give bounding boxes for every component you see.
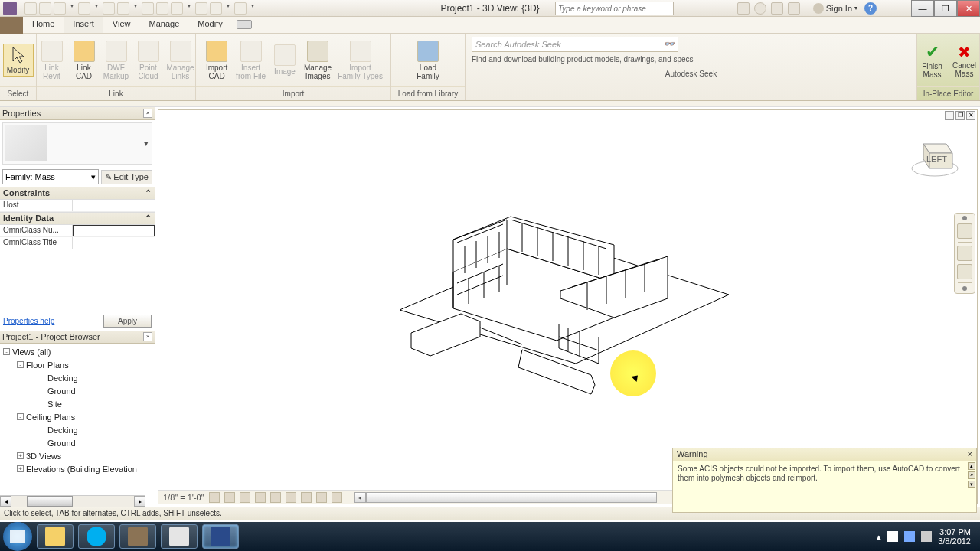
properties-header[interactable]: Properties × [0,107,155,120]
scale-display[interactable]: 1/8" = 1'-0" [163,493,204,502]
task-app2[interactable] [161,524,198,549]
chevron-down-icon[interactable]: ▾ [185,2,193,15]
tab-home[interactable]: Home [23,17,64,33]
task-revit[interactable] [202,524,239,549]
tree-toggle-icon[interactable]: + [17,465,24,472]
lock-3d-icon[interactable] [316,492,327,503]
temp-hide-icon[interactable] [332,492,342,503]
qat-measure-icon[interactable] [117,2,129,15]
network-icon[interactable] [904,531,915,542]
warning-close-icon[interactable]: × [968,449,972,460]
qat-btn[interactable] [103,2,115,15]
link-revit-button[interactable]: Link Revit [37,39,67,82]
panel-close-icon[interactable]: × [143,109,152,118]
qat-open-icon[interactable] [24,2,37,15]
help-search-input[interactable] [555,2,674,15]
signin-button[interactable]: Sign In ▾ [813,3,858,14]
seek-search-input[interactable]: Search Autodesk Seek 👓 [472,37,678,52]
prop-row-omninum[interactable]: OmniClass Nu... [0,225,155,237]
manage-images-button[interactable]: Manage Images [302,39,334,82]
import-family-types-button[interactable]: Import Family Types [335,39,385,82]
task-skype[interactable] [78,524,115,549]
app-menu-button[interactable] [0,17,23,34]
qat-3d-icon[interactable] [171,2,183,15]
qat-sync-icon[interactable] [195,2,207,15]
detail-level-icon[interactable] [209,492,220,503]
type-selector-dropdown[interactable]: ▾ [48,123,152,164]
manage-links-button[interactable]: Manage Links [165,39,196,82]
insert-from-file-button[interactable]: Insert from File [234,39,268,82]
project-browser-header[interactable]: Project1 - Project Browser × [0,331,155,344]
sun-path-icon[interactable] [240,492,250,503]
chevron-down-icon[interactable]: ▾ [249,2,256,15]
favorite-icon[interactable] [788,2,800,15]
qat-close-icon[interactable] [234,2,247,15]
close-button[interactable]: ✕ [957,0,980,17]
image-button[interactable]: Image [270,43,300,77]
tree-item[interactable]: -Floor Plans [2,358,153,371]
nav-dot[interactable] [962,286,967,291]
tree-item[interactable]: -Views (all) [2,345,153,358]
panel-close-icon[interactable]: × [143,332,152,341]
tab-insert[interactable]: Insert [64,17,103,33]
type-preview[interactable]: ▾ [2,122,152,165]
clock[interactable]: 3:07 PM 3/8/2012 [938,527,971,546]
app-icon[interactable] [3,2,17,15]
zoom-icon[interactable] [957,264,972,279]
import-cad-button[interactable]: Import CAD [201,39,232,82]
subscription-icon[interactable] [737,2,750,15]
qat-dim-icon[interactable] [142,2,154,15]
tree-item[interactable]: -Ceiling Plans [2,410,153,423]
apply-button[interactable]: Apply [103,315,152,328]
chevron-down-icon[interactable]: ▾ [132,2,139,15]
warning-title-bar[interactable]: Warning × [673,448,976,461]
scroll-left-icon[interactable]: ◂ [354,492,366,503]
warning-up-icon[interactable]: ▴ [968,462,975,470]
tray-expand-icon[interactable]: ▴ [877,532,881,542]
shadows-icon[interactable] [255,492,266,503]
tab-manage[interactable]: Manage [140,17,189,33]
viewcube[interactable]: LEFT [908,129,962,182]
scroll-right-icon[interactable]: ▸ [134,496,145,507]
scroll-thumb[interactable] [27,496,73,507]
finish-mass-button[interactable]: ✔Finish Mass [917,41,948,80]
qat-undo-icon[interactable] [54,2,66,15]
dwf-markup-button[interactable]: DWF Markup [101,39,132,82]
section-identity[interactable]: Identity Data⌃ [0,212,155,225]
edit-type-button[interactable]: ✎ Edit Type [101,170,152,184]
help-icon[interactable]: ? [864,2,877,15]
tree-item[interactable]: Ground [2,384,153,397]
building-model[interactable] [369,187,767,402]
prop-row-host[interactable]: Host [0,200,155,212]
cancel-mass-button[interactable]: ✖Cancel Mass [949,41,980,80]
tree-toggle-icon[interactable]: - [3,348,10,355]
minimize-button[interactable]: — [911,0,934,17]
warning-down-icon[interactable]: ▾ [968,481,975,488]
steering-wheel-icon[interactable] [957,223,972,239]
tree-item[interactable]: Decking [2,423,153,436]
ribbon-toggle[interactable] [237,20,252,29]
properties-help-link[interactable]: Properties help [3,317,54,325]
visual-style-icon[interactable] [224,492,235,503]
tab-modify[interactable]: Modify [188,17,231,33]
tree-item[interactable]: Ground [2,436,153,449]
point-cloud-button[interactable]: Point Cloud [133,39,164,82]
flag-icon[interactable] [887,531,898,542]
exchange-icon[interactable] [754,2,766,15]
qat-save-icon[interactable] [39,2,51,15]
qat-text-icon[interactable] [156,2,168,15]
scroll-thumb[interactable] [366,492,657,503]
task-explorer[interactable] [37,524,74,549]
section-constraints[interactable]: Constraints⌃ [0,187,155,200]
tree-item[interactable]: Site [2,397,153,410]
binoculars-icon[interactable]: 👓 [664,39,675,50]
horizontal-scrollbar[interactable]: ◂ ▸ [0,495,145,507]
crop-region-icon[interactable] [301,492,312,503]
tree-toggle-icon[interactable]: - [17,361,24,368]
tree-item[interactable]: +Elevations (Building Elevation [2,462,153,475]
chevron-down-icon[interactable]: ▾ [93,2,100,15]
tab-view[interactable]: View [103,17,140,33]
qat-switch-icon[interactable] [210,2,222,15]
volume-icon[interactable] [921,531,932,542]
task-app1[interactable] [119,524,156,549]
